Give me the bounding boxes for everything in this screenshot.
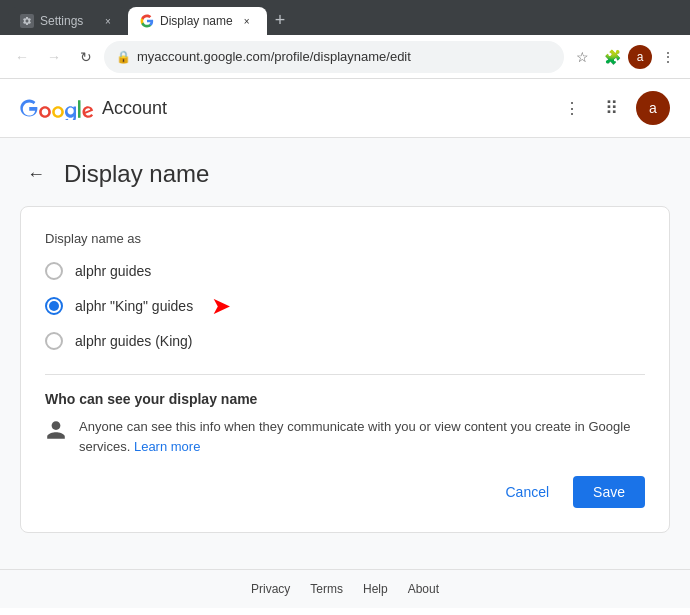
profile-avatar-nav-letter: a (637, 50, 644, 64)
menu-button[interactable]: ⋮ (654, 43, 682, 71)
who-can-see-content: Anyone can see this info when they commu… (45, 417, 645, 456)
tab-settings[interactable]: Settings × (8, 7, 128, 35)
radio-option-1[interactable]: alphr guides (45, 262, 645, 280)
radio-option-2-row: alphr "King" guides ➤ (45, 292, 645, 320)
profile-avatar-letter: a (649, 100, 657, 116)
google-wordmark-svg (20, 96, 94, 120)
nav-right-buttons: ☆ 🧩 a ⋮ (568, 43, 682, 71)
tab-bar: Settings × Display name × + (0, 0, 690, 35)
settings-tab-favicon (20, 14, 34, 28)
settings-tab-close[interactable]: × (100, 13, 116, 29)
display-name-tab-close[interactable]: × (239, 13, 255, 29)
learn-more-link[interactable]: Learn more (134, 439, 200, 454)
radio-option-3[interactable]: alphr guides (King) (45, 332, 645, 350)
account-header: Account ⋮ ⠿ a (0, 79, 690, 138)
forward-button[interactable]: → (40, 43, 68, 71)
profile-avatar-header[interactable]: a (636, 91, 670, 125)
radio-circle-2 (45, 297, 63, 315)
new-tab-button[interactable]: + (267, 6, 294, 35)
page-back-icon: ← (27, 164, 45, 185)
footer-privacy[interactable]: Privacy (251, 582, 290, 596)
page-title-row: ← Display name (20, 138, 670, 206)
display-name-tab-title: Display name (160, 14, 233, 28)
display-name-tab-favicon (140, 14, 154, 28)
address-bar[interactable]: 🔒 myaccount.google.com/profile/displayna… (104, 41, 564, 73)
save-button[interactable]: Save (573, 476, 645, 508)
forward-icon: → (47, 49, 61, 65)
who-can-see-section: Who can see your display name Anyone can… (45, 374, 645, 456)
footer-help[interactable]: Help (363, 582, 388, 596)
page-title: Display name (64, 160, 209, 188)
who-description: Anyone can see this info when they commu… (79, 417, 645, 456)
extensions-button[interactable]: 🧩 (598, 43, 626, 71)
header-grid-icon: ⠿ (605, 97, 619, 119)
radio-group: alphr guides alphr "King" guides ➤ (45, 262, 645, 350)
lock-icon: 🔒 (116, 50, 131, 64)
cancel-button[interactable]: Cancel (489, 476, 565, 508)
google-logo: Account (20, 96, 167, 120)
radio-circle-1 (45, 262, 63, 280)
radio-label-3: alphr guides (King) (75, 333, 193, 349)
account-label-text: Account (102, 98, 167, 119)
address-text: myaccount.google.com/profile/displayname… (137, 49, 552, 64)
button-row: Cancel Save (45, 476, 645, 508)
page-content: Account ⋮ ⠿ a ← Display name Display nam (0, 79, 690, 608)
page-footer: Privacy Terms Help About (0, 569, 690, 608)
bookmark-icon: ☆ (576, 49, 589, 65)
header-dots-icon: ⋮ (564, 99, 580, 118)
three-dots-icon: ⋮ (661, 49, 675, 65)
refresh-button[interactable]: ↻ (72, 43, 100, 71)
radio-circle-3 (45, 332, 63, 350)
profile-avatar-nav[interactable]: a (628, 45, 652, 69)
tab-display-name[interactable]: Display name × (128, 7, 267, 35)
nav-bar: ← → ↻ 🔒 myaccount.google.com/profile/dis… (0, 35, 690, 79)
browser-chrome: Settings × Display name × + ← → ↻ 🔒 (0, 0, 690, 79)
bookmark-button[interactable]: ☆ (568, 43, 596, 71)
back-icon: ← (15, 49, 29, 65)
radio-label-2: alphr "King" guides (75, 298, 193, 314)
puzzle-icon: 🧩 (604, 49, 621, 65)
main-content: ← Display name Display name as alphr gui… (0, 138, 690, 569)
header-dots-button[interactable]: ⋮ (556, 92, 588, 124)
footer-about[interactable]: About (408, 582, 439, 596)
page-back-button[interactable]: ← (20, 158, 52, 190)
radio-option-2[interactable]: alphr "King" guides (45, 297, 193, 315)
header-grid-button[interactable]: ⠿ (596, 92, 628, 124)
refresh-icon: ↻ (80, 49, 92, 65)
display-name-card: Display name as alphr guides alphr "King… (20, 206, 670, 533)
person-icon (45, 419, 67, 446)
footer-terms[interactable]: Terms (310, 582, 343, 596)
section-label: Display name as (45, 231, 645, 246)
radio-inner-2 (49, 301, 59, 311)
back-button[interactable]: ← (8, 43, 36, 71)
who-can-see-title: Who can see your display name (45, 391, 645, 407)
header-actions: ⋮ ⠿ a (556, 91, 670, 125)
settings-tab-title: Settings (40, 14, 94, 28)
radio-label-1: alphr guides (75, 263, 151, 279)
red-arrow-indicator: ➤ (211, 292, 231, 320)
